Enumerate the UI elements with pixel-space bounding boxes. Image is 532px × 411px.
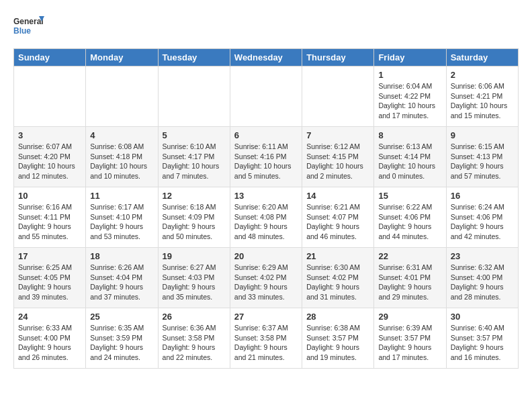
calendar-cell: 9Sunrise: 6:15 AM Sunset: 4:13 PM Daylig… [446,127,518,187]
day-info: Sunrise: 6:11 AM Sunset: 4:16 PM Dayligh… [234,142,298,181]
day-number: 5 [163,130,226,140]
day-info: Sunrise: 6:36 AM Sunset: 3:58 PM Dayligh… [163,323,226,363]
day-number: 1 [378,70,441,80]
day-number: 23 [451,251,514,261]
day-info: Sunrise: 6:18 AM Sunset: 4:09 PM Dayligh… [163,202,226,242]
day-number: 12 [163,191,226,201]
day-number: 27 [234,312,298,322]
day-info: Sunrise: 6:10 AM Sunset: 4:17 PM Dayligh… [163,142,226,181]
day-number: 10 [18,191,81,201]
calendar-cell: 15Sunrise: 6:22 AM Sunset: 4:06 PM Dayli… [374,187,446,248]
calendar-cell: 10Sunrise: 6:16 AM Sunset: 4:11 PM Dayli… [14,187,86,248]
day-number: 4 [90,130,153,140]
calendar-body: 1Sunrise: 6:04 AM Sunset: 4:22 PM Daylig… [14,66,519,369]
day-number: 29 [378,312,441,322]
day-info: Sunrise: 6:08 AM Sunset: 4:18 PM Dayligh… [90,142,153,181]
day-info: Sunrise: 6:35 AM Sunset: 3:59 PM Dayligh… [90,323,153,363]
calendar-cell: 26Sunrise: 6:36 AM Sunset: 3:58 PM Dayli… [158,308,230,369]
calendar-cell: 6Sunrise: 6:11 AM Sunset: 4:16 PM Daylig… [230,127,302,187]
day-number: 18 [90,251,153,261]
day-header-wednesday: Wednesday [230,49,302,66]
logo: General Blue [13,13,46,42]
calendar-week-2: 3Sunrise: 6:07 AM Sunset: 4:20 PM Daylig… [14,127,519,187]
day-info: Sunrise: 6:30 AM Sunset: 4:02 PM Dayligh… [306,263,369,302]
calendar-cell: 27Sunrise: 6:37 AM Sunset: 3:58 PM Dayli… [230,308,302,369]
day-info: Sunrise: 6:13 AM Sunset: 4:14 PM Dayligh… [378,142,441,181]
day-info: Sunrise: 6:39 AM Sunset: 3:57 PM Dayligh… [378,323,441,363]
day-number: 25 [90,312,153,322]
calendar-cell: 28Sunrise: 6:38 AM Sunset: 3:57 PM Dayli… [302,308,374,369]
day-number: 7 [306,130,369,140]
calendar-cell: 17Sunrise: 6:25 AM Sunset: 4:05 PM Dayli… [14,248,86,308]
logo-svg: General Blue [13,13,46,42]
day-number: 28 [306,312,369,322]
page-header: General Blue [13,13,519,42]
calendar-cell: 4Sunrise: 6:08 AM Sunset: 4:18 PM Daylig… [86,127,158,187]
day-info: Sunrise: 6:20 AM Sunset: 4:08 PM Dayligh… [234,202,298,242]
calendar-cell: 8Sunrise: 6:13 AM Sunset: 4:14 PM Daylig… [374,127,446,187]
calendar-cell: 18Sunrise: 6:26 AM Sunset: 4:04 PM Dayli… [86,248,158,308]
calendar-cell: 5Sunrise: 6:10 AM Sunset: 4:17 PM Daylig… [158,127,230,187]
calendar-week-1: 1Sunrise: 6:04 AM Sunset: 4:22 PM Daylig… [14,66,519,127]
day-header-sunday: Sunday [14,49,86,66]
calendar-cell: 2Sunrise: 6:06 AM Sunset: 4:21 PM Daylig… [446,66,518,127]
day-info: Sunrise: 6:22 AM Sunset: 4:06 PM Dayligh… [378,202,441,242]
calendar-cell: 19Sunrise: 6:27 AM Sunset: 4:03 PM Dayli… [158,248,230,308]
calendar-cell: 3Sunrise: 6:07 AM Sunset: 4:20 PM Daylig… [14,127,86,187]
day-info: Sunrise: 6:07 AM Sunset: 4:20 PM Dayligh… [18,142,81,181]
day-info: Sunrise: 6:24 AM Sunset: 4:06 PM Dayligh… [451,202,514,242]
svg-text:General: General [13,17,44,26]
calendar-cell: 20Sunrise: 6:29 AM Sunset: 4:02 PM Dayli… [230,248,302,308]
day-header-tuesday: Tuesday [158,49,230,66]
day-header-monday: Monday [86,49,158,66]
day-info: Sunrise: 6:21 AM Sunset: 4:07 PM Dayligh… [306,202,369,242]
calendar-cell: 7Sunrise: 6:12 AM Sunset: 4:15 PM Daylig… [302,127,374,187]
day-number: 16 [451,191,514,201]
calendar-cell: 13Sunrise: 6:20 AM Sunset: 4:08 PM Dayli… [230,187,302,248]
calendar-cell: 29Sunrise: 6:39 AM Sunset: 3:57 PM Dayli… [374,308,446,369]
day-number: 24 [18,312,81,322]
calendar-cell: 16Sunrise: 6:24 AM Sunset: 4:06 PM Dayli… [446,187,518,248]
day-number: 13 [234,191,298,201]
day-number: 9 [451,130,514,140]
day-info: Sunrise: 6:04 AM Sunset: 4:22 PM Dayligh… [378,81,441,121]
day-info: Sunrise: 6:33 AM Sunset: 4:00 PM Dayligh… [18,323,81,363]
day-number: 14 [306,191,369,201]
calendar-cell: 21Sunrise: 6:30 AM Sunset: 4:02 PM Dayli… [302,248,374,308]
calendar-cell [86,66,158,127]
calendar-cell: 14Sunrise: 6:21 AM Sunset: 4:07 PM Dayli… [302,187,374,248]
day-number: 30 [451,312,514,322]
day-info: Sunrise: 6:40 AM Sunset: 3:57 PM Dayligh… [451,323,514,363]
day-number: 17 [18,251,81,261]
day-info: Sunrise: 6:32 AM Sunset: 4:00 PM Dayligh… [451,263,514,302]
day-info: Sunrise: 6:26 AM Sunset: 4:04 PM Dayligh… [90,263,153,302]
calendar-cell: 24Sunrise: 6:33 AM Sunset: 4:00 PM Dayli… [14,308,86,369]
calendar-cell [302,66,374,127]
day-info: Sunrise: 6:38 AM Sunset: 3:57 PM Dayligh… [306,323,369,363]
day-number: 6 [234,130,298,140]
day-info: Sunrise: 6:27 AM Sunset: 4:03 PM Dayligh… [163,263,226,302]
day-number: 22 [378,251,441,261]
calendar-week-3: 10Sunrise: 6:16 AM Sunset: 4:11 PM Dayli… [14,187,519,248]
day-info: Sunrise: 6:16 AM Sunset: 4:11 PM Dayligh… [18,202,81,242]
day-number: 26 [163,312,226,322]
day-info: Sunrise: 6:15 AM Sunset: 4:13 PM Dayligh… [451,142,514,181]
day-info: Sunrise: 6:06 AM Sunset: 4:21 PM Dayligh… [451,81,514,121]
calendar-cell [230,66,302,127]
day-number: 19 [163,251,226,261]
calendar-cell: 1Sunrise: 6:04 AM Sunset: 4:22 PM Daylig… [374,66,446,127]
calendar-cell: 12Sunrise: 6:18 AM Sunset: 4:09 PM Dayli… [158,187,230,248]
day-number: 11 [90,191,153,201]
day-info: Sunrise: 6:31 AM Sunset: 4:01 PM Dayligh… [378,263,441,302]
calendar-header-row: SundayMondayTuesdayWednesdayThursdayFrid… [14,49,519,66]
calendar-cell [14,66,86,127]
day-header-thursday: Thursday [302,49,374,66]
calendar-week-4: 17Sunrise: 6:25 AM Sunset: 4:05 PM Dayli… [14,248,519,308]
day-number: 2 [451,70,514,80]
day-header-saturday: Saturday [446,49,518,66]
day-info: Sunrise: 6:12 AM Sunset: 4:15 PM Dayligh… [306,142,369,181]
day-number: 20 [234,251,298,261]
calendar-cell: 22Sunrise: 6:31 AM Sunset: 4:01 PM Dayli… [374,248,446,308]
calendar-cell [158,66,230,127]
day-number: 3 [18,130,81,140]
